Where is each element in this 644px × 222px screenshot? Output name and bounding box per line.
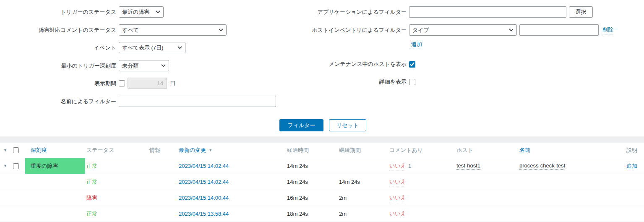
header-host: ホスト <box>455 143 518 158</box>
show-maintenance-checkbox[interactable] <box>409 61 415 68</box>
collapse-all-icon[interactable]: ▼ <box>3 149 7 152</box>
events-label: イベント <box>0 44 119 52</box>
show-maintenance-row: メンテナンス中のホストを表示 <box>0 60 415 68</box>
status-value: 障害 <box>86 194 97 202</box>
host-inventory-label: ホストインベントリによるフィルター <box>0 26 409 34</box>
host-inventory-row: ホストインベントリによるフィルター タイプ 削除 <box>0 24 613 36</box>
application-filter-row: アプリケーションによるフィルター 選択 <box>0 6 593 18</box>
reset-button[interactable]: リセット <box>329 119 366 131</box>
header-severity[interactable]: 深刻度 <box>31 146 47 154</box>
application-filter-input[interactable] <box>409 6 566 18</box>
header-status: ステータス <box>85 143 148 158</box>
last-change-link[interactable]: 2023/04/15 14:02:44 <box>179 179 229 185</box>
table-header-row: ▼ 深刻度 ステータス 情報 最新の変更 ▼ 経過時間 継続期間 コメントあり … <box>0 143 644 158</box>
section-divider <box>0 136 644 143</box>
ack-link[interactable]: いいえ <box>389 162 406 170</box>
host-inventory-type-value: タイプ <box>412 26 429 34</box>
events-select[interactable]: すべて表示 (7日) <box>119 42 185 53</box>
info-cell <box>148 174 177 190</box>
info-cell <box>148 206 177 222</box>
header-description: 説明 <box>603 143 644 158</box>
name-filter-input[interactable] <box>119 96 276 107</box>
row-checkbox[interactable] <box>13 163 19 169</box>
show-maintenance-label: メンテナンス中のホストを表示 <box>0 60 409 68</box>
last-change-link[interactable]: 2023/04/15 14:00:44 <box>179 195 229 201</box>
table-row: 正常 2023/04/15 14:02:44 14m 24s 14m 24s い… <box>0 174 644 190</box>
ack-count: 1 <box>408 163 411 169</box>
header-name[interactable]: 名前 <box>519 146 530 154</box>
age-cell: 16m 24s <box>286 190 338 206</box>
last-change-link[interactable]: 2023/04/15 13:58:44 <box>179 211 229 217</box>
duration-cell: 2m <box>338 206 388 222</box>
info-cell <box>148 158 177 174</box>
host-inventory-remove-link[interactable]: 削除 <box>602 26 613 34</box>
show-details-checkbox[interactable] <box>409 79 415 85</box>
duration-cell: 14m 24s <box>338 174 388 190</box>
duration-cell <box>338 158 388 174</box>
host-inventory-value-input[interactable] <box>519 24 599 36</box>
age-cell: 14m 24s <box>286 174 338 190</box>
ack-link[interactable]: いいえ <box>389 210 406 218</box>
name-filter-row: 名前によるフィルター <box>0 96 276 107</box>
name-filter-label: 名前によるフィルター <box>0 98 119 105</box>
last-change-link[interactable]: 2023/04/15 14:02:44 <box>179 163 229 169</box>
host-inventory-type-select[interactable]: タイプ <box>409 24 517 36</box>
application-select-button[interactable]: 選択 <box>569 6 593 18</box>
header-last-change[interactable]: 最新の変更 <box>179 146 206 154</box>
host-inventory-add-row: 追加 <box>411 41 422 49</box>
add-description-link[interactable]: 追加 <box>626 162 637 170</box>
status-value: 正常 <box>86 210 97 218</box>
status-value: 正常 <box>86 178 97 186</box>
trigger-name-link[interactable]: process-check-test <box>519 162 565 170</box>
header-info: 情報 <box>148 143 177 158</box>
duration-cell: 2m <box>338 190 388 206</box>
age-cell: 14m 24s <box>286 158 338 174</box>
show-details-label: 詳細を表示 <box>0 78 409 86</box>
status-value: 正常 <box>86 162 97 170</box>
table-row: 正常 2023/04/15 13:58:44 18m 24s 2m いいえ <box>0 206 644 222</box>
table-row: ▼ 重度の障害 正常 2023/04/15 14:02:44 14m 24s い… <box>0 158 644 174</box>
ack-link[interactable]: いいえ <box>389 194 406 202</box>
header-age: 経過時間 <box>286 143 338 158</box>
ack-link[interactable]: いいえ <box>389 178 406 186</box>
show-details-row: 詳細を表示 <box>0 78 415 86</box>
application-filter-label: アプリケーションによるフィルター <box>0 8 409 16</box>
info-cell <box>148 190 177 206</box>
sort-desc-icon: ▼ <box>209 148 212 152</box>
triggers-table: ▼ 深刻度 ステータス 情報 最新の変更 ▼ 経過時間 継続期間 コメントあり … <box>0 143 644 222</box>
triggers-page: トリガーのステータス 最近の障害 障害対応コメントのステータス すべて イベント… <box>0 0 644 222</box>
chevron-down-icon <box>509 29 514 31</box>
table-row: 障害 2023/04/15 14:00:44 16m 24s 2m いいえ <box>0 190 644 206</box>
host-inventory-add-link[interactable]: 追加 <box>411 41 422 49</box>
filter-button-bar: フィルター リセット <box>279 119 366 131</box>
header-duration: 継続期間 <box>338 143 388 158</box>
select-all-checkbox[interactable] <box>13 147 19 153</box>
collapse-row-icon[interactable]: ▼ <box>3 164 7 168</box>
header-ack: コメントあり <box>388 143 455 158</box>
chevron-down-icon <box>177 46 182 49</box>
host-link[interactable]: test-host1 <box>456 162 480 170</box>
events-row: イベント すべて表示 (7日) <box>0 42 185 53</box>
events-value: すべて表示 (7日) <box>122 44 163 52</box>
age-cell: 18m 24s <box>286 206 338 222</box>
filter-button[interactable]: フィルター <box>279 119 323 131</box>
severity-cell: 重度の障害 <box>25 158 85 174</box>
